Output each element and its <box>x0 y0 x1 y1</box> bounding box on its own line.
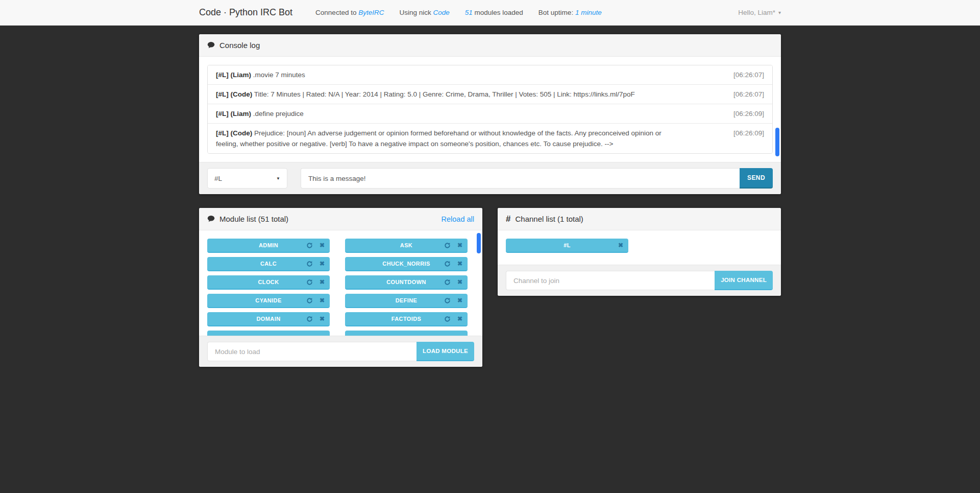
module-scrollbar-thumb[interactable] <box>477 233 481 253</box>
module-button[interactable]: FACTOIDS ✖ <box>345 312 468 326</box>
message-input[interactable] <box>301 168 740 189</box>
console-panel: Console log [#L] (Liam) .movie 7 minutes… <box>199 34 781 194</box>
user-greeting: Hello, Liam* <box>738 9 775 16</box>
module-button[interactable]: DOMAIN ✖ <box>207 312 330 326</box>
nav-uptime-prefix: Bot uptime: <box>538 9 575 16</box>
send-button[interactable]: SEND <box>740 168 773 189</box>
log-nick: (Liam) <box>231 110 252 118</box>
log-message: [#L] (Code) Title: 7 Minutes | Rated: N/… <box>216 89 671 100</box>
load-module-button[interactable]: LOAD MODULE <box>416 342 474 361</box>
navbar: Code · Python IRC Bot Connected to ByteI… <box>0 0 980 26</box>
module-button-partial[interactable] <box>207 331 330 336</box>
reload-icon[interactable] <box>306 279 313 286</box>
reload-icon[interactable] <box>306 242 313 249</box>
reload-icon[interactable] <box>444 297 451 304</box>
hashtag-icon: # <box>506 215 510 223</box>
log-channel: [#L] <box>216 90 229 98</box>
nav-module-count-link[interactable]: 51 <box>465 9 473 16</box>
module-list-body: ADMIN ✖ ASK ✖ <box>199 230 482 336</box>
log-channel: [#L] <box>216 71 229 79</box>
nav-connected-to[interactable]: Connected to ByteIRC <box>308 9 391 16</box>
reload-icon[interactable] <box>306 261 313 267</box>
log-text: Title: 7 Minutes | Rated: N/A | Year: 20… <box>254 90 635 98</box>
log-message: [#L] (Liam) .define prejudice <box>216 108 671 119</box>
close-icon[interactable]: ✖ <box>457 261 462 267</box>
log-message: [#L] (Code) Prejudice: [noun] An adverse… <box>216 128 671 149</box>
log-timestamp: [06:26:09] <box>733 128 764 138</box>
reload-icon[interactable] <box>444 316 451 322</box>
nav-uptime-link[interactable]: 1 minute <box>575 9 602 16</box>
console-panel-header: Console log <box>199 34 781 57</box>
log-nick: (Liam) <box>231 71 252 79</box>
log-text: .define prejudice <box>253 110 304 118</box>
log-channel: [#L] <box>216 110 229 118</box>
nav-nick-link[interactable]: Code <box>433 9 449 16</box>
reload-all-link[interactable]: Reload all <box>442 215 475 223</box>
module-button[interactable]: ADMIN ✖ <box>207 239 330 253</box>
close-icon[interactable]: ✖ <box>320 297 325 303</box>
close-icon[interactable]: ✖ <box>457 242 462 248</box>
nav-server-link[interactable]: ByteIRC <box>358 9 384 16</box>
close-icon[interactable]: ✖ <box>320 242 325 248</box>
reload-icon[interactable] <box>306 316 313 322</box>
module-button[interactable]: CALC ✖ <box>207 257 330 271</box>
join-channel-button[interactable]: JOIN CHANNEL <box>715 271 773 290</box>
log-row: [#L] (Liam) .movie 7 minutes [06:26:07] <box>208 65 772 85</box>
nav-modules-loaded[interactable]: 51 modules loaded <box>457 9 531 16</box>
nav-bot-uptime[interactable]: Bot uptime: 1 minute <box>531 9 609 16</box>
close-icon[interactable]: ✖ <box>457 316 462 322</box>
module-panel-title: Module list (51 total) <box>219 215 288 223</box>
app-screen: Code · Python IRC Bot Connected to ByteI… <box>0 0 980 493</box>
close-icon[interactable]: ✖ <box>618 242 623 248</box>
module-button[interactable]: DEFINE ✖ <box>345 294 468 308</box>
channel-join-input[interactable] <box>506 271 715 290</box>
log-timestamp: [06:26:07] <box>733 69 764 80</box>
module-list-panel: Module list (51 total) Reload all ADMIN … <box>199 208 482 367</box>
close-icon[interactable]: ✖ <box>320 316 325 322</box>
log-message: [#L] (Liam) .movie 7 minutes <box>216 69 671 80</box>
select-caret-icon: ▼ <box>276 176 280 181</box>
close-icon[interactable]: ✖ <box>457 297 462 303</box>
log-row: [#L] (Code) Title: 7 Minutes | Rated: N/… <box>208 85 772 104</box>
module-button[interactable]: CYANIDE ✖ <box>207 294 330 308</box>
close-icon[interactable]: ✖ <box>320 261 325 267</box>
channel-select[interactable]: #L ▼ <box>207 168 287 189</box>
log-row: [#L] (Code) Prejudice: [noun] An adverse… <box>208 124 772 153</box>
reload-icon[interactable] <box>306 297 313 304</box>
module-button[interactable]: CLOCK ✖ <box>207 275 330 290</box>
reload-icon[interactable] <box>444 279 451 286</box>
module-button[interactable]: COUNTDOWN ✖ <box>345 275 468 290</box>
console-scrollbar-thumb[interactable] <box>775 128 779 156</box>
module-button[interactable]: ASK ✖ <box>345 239 468 253</box>
console-footer: #L ▼ SEND <box>199 162 781 194</box>
module-button[interactable]: CHUCK_NORRIS ✖ <box>345 257 468 271</box>
nav-connected-prefix: Connected to <box>315 9 358 16</box>
module-load-input[interactable] <box>207 342 416 361</box>
reload-icon[interactable] <box>444 261 451 267</box>
log-timestamp: [06:26:07] <box>733 89 764 100</box>
nav-modules-suffix: modules loaded <box>473 9 523 16</box>
channel-select-value: #L <box>214 175 222 182</box>
module-button-partial[interactable] <box>345 331 468 336</box>
nav-nick-prefix: Using nick <box>399 9 433 16</box>
user-menu-toggle[interactable]: Hello, Liam* ▾ <box>738 9 781 16</box>
comment-icon <box>207 41 215 49</box>
reload-icon[interactable] <box>444 242 451 249</box>
module-footer: LOAD MODULE <box>199 336 482 367</box>
module-panel-header: Module list (51 total) Reload all <box>199 208 482 230</box>
nav-using-nick[interactable]: Using nick Code <box>391 9 457 16</box>
channel-footer: JOIN CHANNEL <box>498 265 781 296</box>
close-icon[interactable]: ✖ <box>320 279 325 285</box>
console-panel-title: Console log <box>219 41 260 50</box>
log-row: [#L] (Liam) .define prejudice [06:26:09] <box>208 104 772 124</box>
log-nick: (Code) <box>231 129 253 137</box>
log-text: Prejudice: [noun] An adverse judgement o… <box>216 129 662 148</box>
channel-button[interactable]: #L ✖ <box>506 239 628 253</box>
log-channel: [#L] <box>216 129 229 137</box>
log-nick: (Code) <box>231 90 253 98</box>
channel-panel-header: # Channel list (1 total) <box>498 208 781 230</box>
close-icon[interactable]: ✖ <box>457 279 462 285</box>
channel-list-body: #L ✖ <box>498 230 781 265</box>
log-text: .movie 7 minutes <box>253 71 305 79</box>
app-title: Code · Python IRC Bot <box>199 7 292 18</box>
